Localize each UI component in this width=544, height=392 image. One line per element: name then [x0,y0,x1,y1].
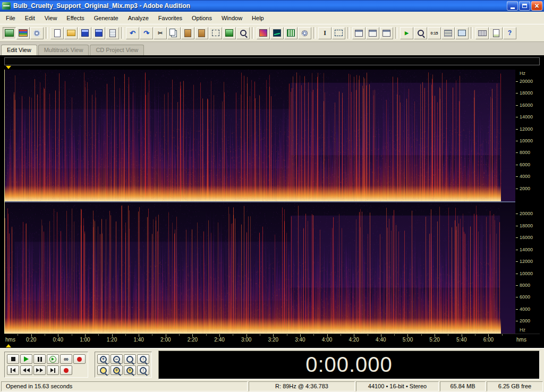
zoom-out-vertical-button[interactable] [137,365,149,375]
play-looped-button[interactable]: ∞ [60,354,72,364]
spectrogram-right-channel[interactable] [4,202,515,334]
zoom-controls [95,352,152,378]
zoom-in-left-selection-button[interactable] [110,365,123,375]
zoom-in-right-selection-button[interactable] [124,365,136,375]
ruler-tick [287,334,287,336]
ruler-options-button[interactable] [441,27,455,39]
save-file-button[interactable] [78,27,91,39]
minimize-button[interactable] [507,1,518,11]
menu-file[interactable]: File [1,13,20,23]
tab-cd-project-view[interactable]: CD Project View [90,45,144,55]
play-button[interactable] [20,354,32,364]
time-display: 0:00.000 [158,351,540,379]
go-to-beginning-button[interactable] [7,365,19,375]
convert-sample-type-button[interactable] [223,27,236,39]
menu-favorites[interactable]: Favorites [154,13,187,23]
cursor-marker-top[interactable] [6,66,11,69]
cursor-marker-bottom[interactable] [6,344,11,347]
zoom-in-vertical-button[interactable] [137,354,149,364]
zoom-to-selection-button[interactable] [97,365,109,375]
marquee-selection-tool-icon [335,30,343,36]
menu-generate[interactable]: Generate [89,13,123,23]
menu-edit[interactable]: Edit [20,13,40,23]
tab-multitrack-view[interactable]: Multitrack View [38,45,89,55]
record-button[interactable] [73,354,86,364]
frequency-scale-left[interactable]: Hz20000180001600014000120001000080006000… [515,70,540,201]
new-file-button[interactable] [50,27,64,39]
maximize-button[interactable] [519,1,530,11]
frequency-analysis-button[interactable] [270,27,284,39]
tab-edit-view[interactable]: Edit View [1,45,37,55]
go-to-end-button[interactable] [47,365,59,375]
ruler-tick [341,334,341,336]
cut-button[interactable]: ✂ [154,27,167,39]
record-alt-button[interactable] [60,365,72,375]
save-as-button[interactable] [92,27,105,39]
frequency-label: 2000 [520,318,530,323]
files-panel-button[interactable] [366,27,379,39]
edit-view-button[interactable] [3,27,16,39]
stop-button[interactable] [7,354,19,364]
time-selection-tool-button[interactable]: I [318,27,332,39]
undo-button[interactable]: ↶ [126,27,139,39]
mix-paste-button[interactable] [195,27,208,39]
frequency-label: 6000 [520,294,530,300]
zoom-in-horizontal-button[interactable] [97,354,109,364]
overview-scroll-bar[interactable] [4,57,540,65]
view-015-button[interactable]: 0:15 [428,27,441,39]
play-to-end-icon [49,356,56,363]
spectrogram-left-channel[interactable] [4,70,515,201]
paste-button[interactable] [181,27,194,39]
ruler-tick [448,334,448,336]
ruler-label: 5:40 [456,337,466,343]
ruler-label: 5:00 [403,337,413,343]
zoom-full-button[interactable] [124,354,136,364]
ruler-tick [98,334,99,336]
frequency-tick [516,250,518,250]
frequency-analysis-icon [273,29,281,37]
help-button[interactable]: ? [503,27,516,39]
rewind-button[interactable] [20,365,32,375]
crop-button[interactable] [209,27,222,39]
close-button[interactable]: × [531,1,542,11]
menu-window[interactable]: Window [217,13,247,23]
shortcuts-button[interactable] [475,27,489,39]
menu-options[interactable]: Options [187,13,217,23]
toolbar-separator [395,27,397,39]
status-options-button[interactable] [455,27,469,39]
frequency-tick [516,237,518,238]
frequency-scale-right[interactable]: Hz20000180001600014000120001000080006000… [515,202,540,334]
maximize-icon [522,4,527,8]
frequency-label: 18000 [520,90,533,96]
button-row [97,365,149,375]
cd-project-button[interactable] [30,27,44,39]
organizer-window-button[interactable] [352,27,366,39]
menu-effects[interactable]: Effects [62,13,89,23]
redo-button[interactable]: ↷ [140,27,153,39]
pause-button[interactable] [33,354,46,364]
spectral-view-button[interactable] [257,27,270,39]
ruler-label: 3:00 [241,337,251,343]
frequency-label: 14000 [520,247,533,252]
button-row [7,365,86,375]
menu-analyze[interactable]: Analyze [123,13,154,23]
open-file-button[interactable] [64,27,78,39]
frequency-label: 2000 [520,186,530,191]
scripts-batch-button[interactable] [489,27,503,39]
menu-help[interactable]: Help [247,13,269,23]
find-beats-button[interactable] [236,27,250,39]
time-ruler[interactable]: hms 0:200:401:001:201:402:002:202:403:00… [4,334,515,344]
group-waveform-normalize-button[interactable] [284,27,298,39]
marquee-selection-tool-button[interactable] [332,27,345,39]
play-to-end-button[interactable] [47,354,59,364]
file-info-button[interactable] [106,27,119,39]
cd-from-session-button[interactable] [298,27,311,39]
zoom-window-button[interactable] [414,27,427,39]
fast-forward-button[interactable] [33,365,46,375]
play-normal-button[interactable]: ▶ [400,27,413,39]
copy-button[interactable] [167,27,181,39]
menu-view[interactable]: View [40,13,62,23]
effects-panel-button[interactable] [380,27,393,39]
multitrack-view-button[interactable] [16,27,30,39]
zoom-out-horizontal-button[interactable] [110,354,123,364]
